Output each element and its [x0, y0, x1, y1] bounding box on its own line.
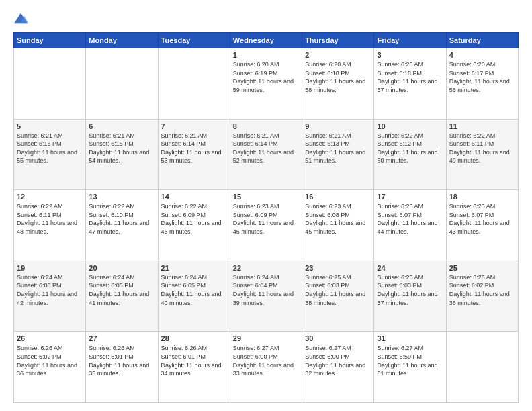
day-number: 19	[17, 264, 83, 272]
day-number: 15	[233, 193, 299, 201]
calendar-cell: 4Sunrise: 6:20 AMSunset: 6:17 PMDaylight…	[446, 48, 518, 120]
day-info: Sunrise: 6:25 AMSunset: 6:03 PMDaylight:…	[305, 273, 371, 307]
day-info: Sunrise: 6:21 AMSunset: 6:14 PMDaylight:…	[233, 132, 299, 165]
day-number: 2	[305, 51, 371, 59]
logo-icon	[13, 12, 28, 27]
calendar-cell: 14Sunrise: 6:22 AMSunset: 6:09 PMDayligh…	[158, 190, 230, 261]
day-number: 27	[89, 334, 154, 342]
weekday-header-sunday: Sunday	[14, 33, 86, 48]
day-info: Sunrise: 6:21 AMSunset: 6:13 PMDaylight:…	[305, 132, 371, 165]
day-info: Sunrise: 6:25 AMSunset: 6:02 PMDaylight:…	[449, 273, 515, 307]
calendar-cell	[86, 48, 158, 120]
weekday-header-row: SundayMondayTuesdayWednesdayThursdayFrid…	[14, 33, 519, 48]
calendar-cell: 15Sunrise: 6:23 AMSunset: 6:09 PMDayligh…	[230, 190, 302, 261]
day-number: 4	[449, 51, 515, 59]
calendar-week-3: 12Sunrise: 6:22 AMSunset: 6:11 PMDayligh…	[14, 190, 519, 261]
calendar-cell: 24Sunrise: 6:25 AMSunset: 6:03 PMDayligh…	[374, 261, 446, 332]
calendar-cell	[158, 48, 230, 120]
logo	[13, 12, 32, 27]
day-info: Sunrise: 6:27 AMSunset: 5:59 PMDaylight:…	[377, 344, 443, 377]
calendar-cell: 1Sunrise: 6:20 AMSunset: 6:19 PMDaylight…	[230, 48, 302, 120]
day-info: Sunrise: 6:22 AMSunset: 6:10 PMDaylight:…	[89, 202, 154, 236]
weekday-header-saturday: Saturday	[446, 33, 518, 48]
calendar-cell: 29Sunrise: 6:27 AMSunset: 6:00 PMDayligh…	[230, 332, 302, 403]
calendar-cell: 28Sunrise: 6:26 AMSunset: 6:01 PMDayligh…	[158, 332, 230, 403]
day-number: 10	[377, 122, 443, 130]
calendar-cell: 19Sunrise: 6:24 AMSunset: 6:06 PMDayligh…	[14, 261, 86, 332]
day-number: 22	[233, 264, 299, 272]
calendar-cell: 30Sunrise: 6:27 AMSunset: 6:00 PMDayligh…	[302, 332, 374, 403]
calendar-cell: 27Sunrise: 6:26 AMSunset: 6:01 PMDayligh…	[86, 332, 158, 403]
day-number: 9	[305, 122, 371, 130]
calendar-cell: 26Sunrise: 6:26 AMSunset: 6:02 PMDayligh…	[14, 332, 86, 403]
day-number: 3	[377, 51, 443, 59]
day-info: Sunrise: 6:27 AMSunset: 6:00 PMDaylight:…	[233, 344, 299, 377]
day-info: Sunrise: 6:22 AMSunset: 6:11 PMDaylight:…	[449, 132, 515, 165]
calendar-cell: 6Sunrise: 6:21 AMSunset: 6:15 PMDaylight…	[86, 119, 158, 190]
calendar-cell: 20Sunrise: 6:24 AMSunset: 6:05 PMDayligh…	[86, 261, 158, 332]
calendar-cell: 23Sunrise: 6:25 AMSunset: 6:03 PMDayligh…	[302, 261, 374, 332]
day-info: Sunrise: 6:25 AMSunset: 6:03 PMDaylight:…	[377, 273, 443, 307]
calendar-cell: 9Sunrise: 6:21 AMSunset: 6:13 PMDaylight…	[302, 119, 374, 190]
day-info: Sunrise: 6:23 AMSunset: 6:07 PMDaylight:…	[449, 202, 515, 236]
calendar-cell: 25Sunrise: 6:25 AMSunset: 6:02 PMDayligh…	[446, 261, 518, 332]
calendar-cell: 11Sunrise: 6:22 AMSunset: 6:11 PMDayligh…	[446, 119, 518, 190]
day-number: 23	[305, 264, 371, 272]
day-info: Sunrise: 6:24 AMSunset: 6:06 PMDaylight:…	[17, 273, 83, 307]
day-info: Sunrise: 6:26 AMSunset: 6:01 PMDaylight:…	[161, 344, 227, 377]
day-info: Sunrise: 6:23 AMSunset: 6:09 PMDaylight:…	[233, 202, 299, 236]
weekday-header-friday: Friday	[374, 33, 446, 48]
day-info: Sunrise: 6:24 AMSunset: 6:05 PMDaylight:…	[161, 273, 227, 307]
day-info: Sunrise: 6:22 AMSunset: 6:12 PMDaylight:…	[377, 132, 443, 165]
weekday-header-thursday: Thursday	[302, 33, 374, 48]
day-number: 30	[305, 334, 371, 342]
calendar-cell: 8Sunrise: 6:21 AMSunset: 6:14 PMDaylight…	[230, 119, 302, 190]
day-number: 14	[161, 193, 227, 201]
day-number: 12	[17, 193, 83, 201]
calendar-week-2: 5Sunrise: 6:21 AMSunset: 6:16 PMDaylight…	[14, 119, 519, 190]
calendar-cell: 10Sunrise: 6:22 AMSunset: 6:12 PMDayligh…	[374, 119, 446, 190]
day-info: Sunrise: 6:20 AMSunset: 6:19 PMDaylight:…	[233, 60, 299, 94]
weekday-header-tuesday: Tuesday	[158, 33, 230, 48]
calendar-cell	[446, 332, 518, 403]
header	[13, 12, 519, 27]
day-info: Sunrise: 6:20 AMSunset: 6:18 PMDaylight:…	[305, 60, 371, 94]
day-number: 8	[233, 122, 299, 130]
calendar-cell: 22Sunrise: 6:24 AMSunset: 6:04 PMDayligh…	[230, 261, 302, 332]
day-info: Sunrise: 6:26 AMSunset: 6:02 PMDaylight:…	[17, 344, 83, 377]
calendar-page: SundayMondayTuesdayWednesdayThursdayFrid…	[0, 0, 532, 411]
day-info: Sunrise: 6:23 AMSunset: 6:07 PMDaylight:…	[377, 202, 443, 236]
day-info: Sunrise: 6:22 AMSunset: 6:09 PMDaylight:…	[161, 202, 227, 236]
day-number: 13	[89, 193, 154, 201]
day-number: 28	[161, 334, 227, 342]
day-number: 17	[377, 193, 443, 201]
day-info: Sunrise: 6:21 AMSunset: 6:16 PMDaylight:…	[17, 132, 83, 165]
day-info: Sunrise: 6:20 AMSunset: 6:18 PMDaylight:…	[377, 60, 443, 94]
day-number: 21	[161, 264, 227, 272]
calendar-week-1: 1Sunrise: 6:20 AMSunset: 6:19 PMDaylight…	[14, 48, 519, 120]
calendar-cell: 7Sunrise: 6:21 AMSunset: 6:14 PMDaylight…	[158, 119, 230, 190]
day-info: Sunrise: 6:27 AMSunset: 6:00 PMDaylight:…	[305, 344, 371, 377]
calendar-cell: 21Sunrise: 6:24 AMSunset: 6:05 PMDayligh…	[158, 261, 230, 332]
day-number: 24	[377, 264, 443, 272]
day-info: Sunrise: 6:23 AMSunset: 6:08 PMDaylight:…	[305, 202, 371, 236]
calendar-cell: 17Sunrise: 6:23 AMSunset: 6:07 PMDayligh…	[374, 190, 446, 261]
calendar-cell: 31Sunrise: 6:27 AMSunset: 5:59 PMDayligh…	[374, 332, 446, 403]
day-number: 20	[89, 264, 154, 272]
calendar-cell: 13Sunrise: 6:22 AMSunset: 6:10 PMDayligh…	[86, 190, 158, 261]
calendar-week-5: 26Sunrise: 6:26 AMSunset: 6:02 PMDayligh…	[14, 332, 519, 403]
day-info: Sunrise: 6:21 AMSunset: 6:14 PMDaylight:…	[161, 132, 227, 165]
day-info: Sunrise: 6:24 AMSunset: 6:04 PMDaylight:…	[233, 273, 299, 307]
day-number: 25	[449, 264, 515, 272]
day-number: 31	[377, 334, 443, 342]
day-info: Sunrise: 6:21 AMSunset: 6:15 PMDaylight:…	[89, 132, 154, 165]
day-info: Sunrise: 6:20 AMSunset: 6:17 PMDaylight:…	[449, 60, 515, 94]
day-info: Sunrise: 6:26 AMSunset: 6:01 PMDaylight:…	[89, 344, 154, 377]
day-number: 1	[233, 51, 299, 59]
day-info: Sunrise: 6:24 AMSunset: 6:05 PMDaylight:…	[89, 273, 154, 307]
day-info: Sunrise: 6:22 AMSunset: 6:11 PMDaylight:…	[17, 202, 83, 236]
day-number: 5	[17, 122, 83, 130]
weekday-header-wednesday: Wednesday	[230, 33, 302, 48]
day-number: 11	[449, 122, 515, 130]
calendar-cell: 12Sunrise: 6:22 AMSunset: 6:11 PMDayligh…	[14, 190, 86, 261]
